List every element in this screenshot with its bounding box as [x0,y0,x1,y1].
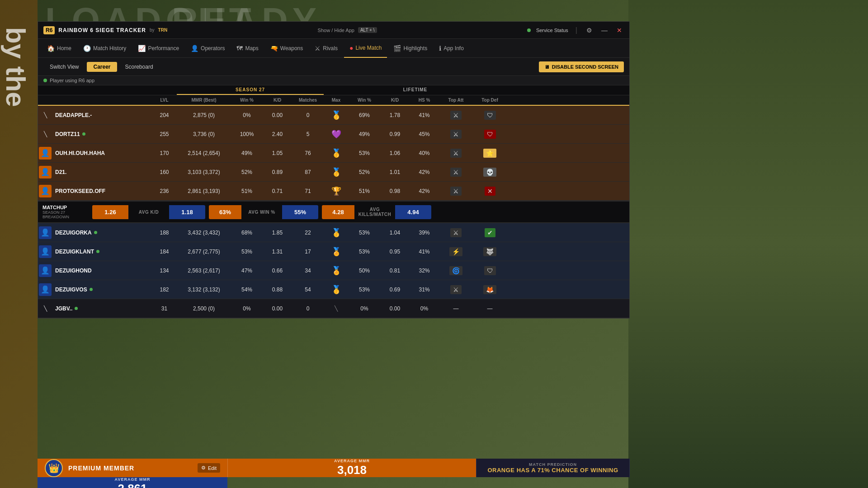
avatar-3: 👤 [39,147,52,160]
col-matches: Matches [292,97,324,103]
avg-kd-blue: 1.18 [169,205,205,219]
top-def-b3: 🛡 [473,266,507,275]
l-win-b2: 53% [349,249,380,255]
prediction-text: ORANGE HAS A 71% CHANCE OF WINNING [487,467,618,474]
player-name-5: PROTOKSEED.OFF [52,188,152,194]
player-name-1: DEADAPPLE.- [52,112,152,118]
l-win-5: 51% [349,188,380,194]
mmr-b2: 2,677 (2,775) [177,249,231,255]
top-att-1: ⚔ [439,111,473,120]
avg-win-blue: 55% [282,205,318,219]
player-online-dot [43,79,47,82]
att-icon-b1: ⚔ [450,228,462,237]
nav-home-label: Home [57,45,71,52]
player-name-b5: JGBV.. [52,305,152,312]
rank-1: 🥇 [324,110,349,120]
col-lifetime-kd: K/D [380,97,410,103]
att-icon-5: ⚔ [450,187,462,196]
nav-weapons[interactable]: 🔫 Weapons [265,39,308,58]
rank-b4: 🥇 [324,285,349,295]
right-background [628,0,868,488]
table-row: ╲ DEADAPPLE.- 204 2,875 (0) 0% 0.00 0 🥇 … [38,106,629,125]
mmr-5: 2,861 (3,193) [177,188,231,194]
close-button[interactable]: ✕ [615,26,624,35]
col-win-pct: Win % [231,97,263,103]
flag-cell-b5: ╲ [38,305,52,312]
def-icon-3: ⭐ [483,149,496,158]
avg-win-orange: 63% [209,205,241,219]
top-att-5: ⚔ [439,187,473,196]
nav-performance[interactable]: 📈 Performance [132,39,184,58]
nav-app-info[interactable]: ℹ App Info [434,39,469,58]
disable-second-screen-btn[interactable]: 🖥 DISABLE SECOND SCREEN [539,61,624,72]
sub-nav: Switch View Career Scoreboard 🖥 DISABLE … [38,58,629,76]
top-def-3: ⭐ [473,149,507,158]
matchup-bar: MATCHUP SEASON 27 BREAKDOWN 1.26 AVG K/D… [38,201,629,223]
def-icon-b1: ✔ [485,228,495,237]
flag-cell-b2: 👤 [38,245,52,258]
col-name [52,97,152,103]
nav-highlights[interactable]: 🎬 Highlights [388,39,433,58]
table-row: 👤 DEZUIGVOS 182 3,132 (3,132) 54% 0.88 5… [38,280,629,299]
l-kd-5: 0.98 [380,188,410,194]
col-lifetime-win: Win % [349,97,380,103]
performance-icon: 📈 [138,45,146,52]
r6-badge: R6 [43,26,55,34]
table-row: 👤 D21. 160 3,103 (3,372) 52% 0.89 87 🥇 5… [38,163,629,182]
avg-win-label: AVG WIN % [241,210,282,215]
top-att-b5: — [439,305,473,312]
top-att-b1: ⚔ [439,228,473,237]
career-btn[interactable]: Career [87,62,117,72]
kd-b1: 1.85 [263,230,292,236]
att-icon-2: ⚔ [450,130,462,139]
top-def-b5: — [473,305,507,312]
nav-match-history[interactable]: 🕐 Match History [78,39,132,58]
mmr-3: 2,514 (2,654) [177,150,231,156]
hs-4: 42% [410,169,439,175]
nav-operators[interactable]: 👤 Operators [185,39,230,58]
hs-b5: 0% [410,305,439,312]
table-row: 👤 DEZUIGKLANT 184 2,677 (2,775) 53% 1.31… [38,242,629,261]
by-label: by [150,28,155,33]
hs-b3: 32% [410,267,439,274]
matches-1: 0 [292,112,324,118]
avatar-b4: 👤 [39,283,52,296]
att-icon-b4: ⚔ [450,285,462,294]
hs-3: 40% [410,150,439,156]
att-icon-b2: ⚡ [449,247,462,256]
scoreboard-btn[interactable]: Scoreboard [119,62,160,72]
nav-rivals[interactable]: ⚔ Rivals [309,39,343,58]
switch-view-btn[interactable]: Switch View [43,62,85,72]
col-mmr: MMR (Best) [177,97,231,103]
top-att-2: ⚔ [439,130,473,139]
matches-5: 71 [292,188,324,194]
att-icon-4: ⚔ [450,168,462,177]
def-icon-1: 🛡 [484,111,496,120]
nav-maps[interactable]: 🗺 Maps [231,39,264,58]
table-row: 👤 DEZUIGORKA 188 3,432 (3,432) 68% 1.85 … [38,223,629,242]
win-4: 52% [231,169,263,175]
shortcut-label: Show / Hide App [318,28,354,33]
att-icon-3: ⚔ [450,149,462,158]
avg-mmr-blue-value: 2,861 [118,482,147,488]
lvl-b4: 182 [152,286,177,293]
bottom-bar: 👑 PREMIUM MEMBER ⚙ Edit AVERAGE MMR 3,01… [38,459,630,488]
settings-button[interactable]: ⚙ [585,26,594,35]
flag-cell-b3: 👤 [38,264,52,277]
by-the-text: by the [0,27,31,107]
col-top-def: Top Def [473,97,507,103]
rank-5: 🏆 [324,186,349,196]
l-kd-b3: 0.81 [380,267,410,274]
nav-live-match[interactable]: ● Live Match [344,39,387,58]
kd-5: 0.71 [263,188,292,194]
flag-cell-1: ╲ [38,112,52,118]
avatar-b1: 👤 [39,226,52,239]
edit-button[interactable]: ⚙ Edit [198,463,220,473]
prediction-section: MATCH PREDICTION ORANGE HAS A 71% CHANCE… [476,459,630,477]
flag-cell-5: 👤 [38,185,52,197]
nav-home[interactable]: 🏠 Home [42,39,77,58]
highlights-icon: 🎬 [393,45,401,52]
minimize-button[interactable]: — [599,26,609,35]
table-row: 👤 PROTOKSEED.OFF 236 2,861 (3,193) 51% 0… [38,182,629,201]
player-name-4: D21. [52,169,152,175]
